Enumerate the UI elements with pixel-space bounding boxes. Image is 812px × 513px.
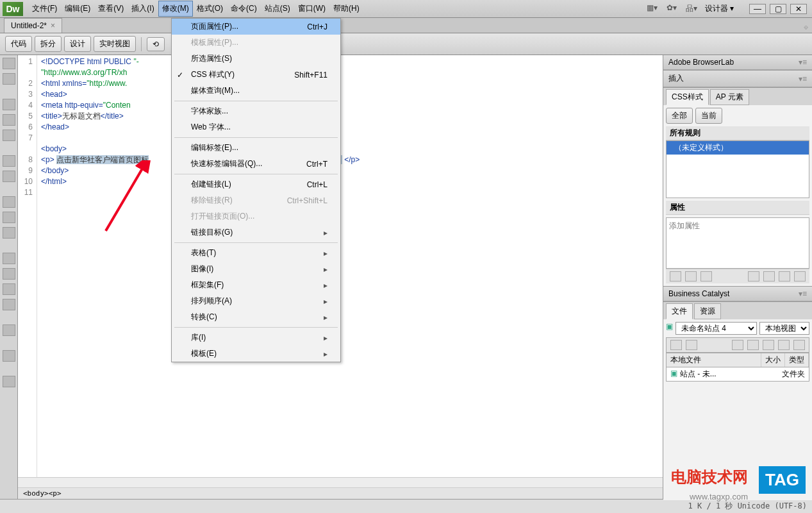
files-tool-icon[interactable] xyxy=(670,340,682,350)
tool-icon[interactable] xyxy=(3,171,15,182)
rule-undefined[interactable]: （未定义样式） xyxy=(667,141,809,155)
css-tool-icon[interactable] xyxy=(700,271,712,282)
menu-convert[interactable]: 转换(C)▸ xyxy=(172,309,340,325)
tab-assets[interactable]: 资源 xyxy=(694,303,721,319)
panel-browserlab[interactable]: Adobe BrowserLab▾≡ xyxy=(663,55,812,70)
tool-icon[interactable] xyxy=(3,299,15,310)
maximize-button[interactable]: ▢ xyxy=(770,4,786,14)
close-window-button[interactable]: ✕ xyxy=(790,4,807,14)
tab-close-icon[interactable]: × xyxy=(51,21,55,30)
menu-make-link[interactable]: 创建链接(L)Ctrl+L xyxy=(172,176,340,192)
gear-icon[interactable]: ✿▾ xyxy=(667,3,677,14)
tag-breadcrumb[interactable]: <body><p> xyxy=(18,487,663,499)
menu-help[interactable]: 帮助(H) xyxy=(329,1,363,17)
tool-icon[interactable] xyxy=(3,114,15,126)
view-code-button[interactable]: 代码 xyxy=(5,36,32,52)
tool-icon[interactable] xyxy=(3,268,15,280)
tool-icon[interactable] xyxy=(3,99,15,110)
files-tool-icon[interactable] xyxy=(732,340,743,350)
check-icon: ✓ xyxy=(177,71,183,80)
menu-link-target[interactable]: 链接目标(G)▸ xyxy=(172,224,340,240)
tool-icon[interactable] xyxy=(3,58,15,69)
tool-icon[interactable] xyxy=(3,130,15,141)
tool-icon[interactable] xyxy=(3,227,15,239)
tool-icon[interactable] xyxy=(3,212,15,223)
menu-page-properties[interactable]: 页面属性(P)...Ctrl+J xyxy=(172,19,340,35)
menu-window[interactable]: 窗口(W) xyxy=(294,1,329,17)
css-all-button[interactable]: 全部 xyxy=(666,108,693,124)
tab-ap-elements[interactable]: AP 元素 xyxy=(710,89,749,105)
menu-site[interactable]: 站点(S) xyxy=(261,1,294,17)
files-tool-icon[interactable] xyxy=(778,340,790,350)
css-tool-icon[interactable] xyxy=(670,271,681,282)
site-select[interactable]: 未命名站点 4 xyxy=(675,322,757,335)
menu-view[interactable]: 查看(V) xyxy=(94,1,128,17)
panel-business-catalyst[interactable]: Business Catalyst▾≡ xyxy=(663,287,812,301)
modify-menu-dropdown: 页面属性(P)...Ctrl+J 模板属性(P)... 所选属性(S) ✓CSS… xyxy=(171,18,341,362)
refresh-icon[interactable] xyxy=(686,340,697,350)
css-tool-icon[interactable] xyxy=(794,271,806,282)
css-tool-icon[interactable] xyxy=(748,271,759,282)
document-tab[interactable]: Untitled-2* × xyxy=(4,18,62,33)
tool-icon[interactable] xyxy=(3,350,15,362)
tool-icon[interactable] xyxy=(3,196,15,208)
layout-icon[interactable]: ▦▾ xyxy=(647,3,658,14)
css-tool-icon[interactable] xyxy=(685,271,697,282)
view-live-button[interactable]: 实时视图 xyxy=(94,36,136,52)
properties-list[interactable]: 添加属性 xyxy=(666,217,809,269)
menu-quick-tag[interactable]: 快速标签编辑器(Q)...Ctrl+T xyxy=(172,156,340,172)
file-row[interactable]: ▣ 站点 - 未... 文件夹 xyxy=(666,367,809,382)
menu-arrange[interactable]: 排列顺序(A)▸ xyxy=(172,293,340,309)
menu-edit[interactable]: 编辑(E) xyxy=(61,1,94,17)
menu-font-family[interactable]: 字体家族... xyxy=(172,103,340,119)
rules-list[interactable]: （未定义样式） xyxy=(666,140,809,198)
tab-overflow-icon[interactable]: ⟐ xyxy=(800,21,812,33)
menu-image[interactable]: 图像(I)▸ xyxy=(172,261,340,277)
menu-selection-properties[interactable]: 所选属性(S) xyxy=(172,51,340,67)
tool-icon[interactable] xyxy=(3,253,15,264)
toolbar-extra-button[interactable]: ⟲ xyxy=(147,37,165,51)
files-tool-icon[interactable] xyxy=(793,340,805,350)
view-design-button[interactable]: 设计 xyxy=(64,36,91,52)
files-tool-icon[interactable] xyxy=(763,340,774,350)
watermark-text: 电脑技术网 xyxy=(671,467,748,487)
watermark-tag: TAG xyxy=(759,466,806,494)
tool-icon[interactable] xyxy=(3,73,15,85)
tool-icon[interactable] xyxy=(3,324,15,336)
panel-insert[interactable]: 插入▾≡ xyxy=(663,71,812,87)
tab-css-styles[interactable]: CSS样式 xyxy=(666,89,709,105)
watermark-url: www.tagxp.com xyxy=(690,492,748,501)
menu-library[interactable]: 库(I)▸ xyxy=(172,330,340,346)
menu-frameset[interactable]: 框架集(F)▸ xyxy=(172,277,340,293)
files-header: 本地文件 大小 类型 xyxy=(666,353,809,367)
menu-edit-tag[interactable]: 编辑标签(E)... xyxy=(172,140,340,156)
tool-icon[interactable] xyxy=(3,376,15,387)
menu-table[interactable]: 表格(T)▸ xyxy=(172,245,340,261)
css-tool-icon[interactable] xyxy=(763,271,775,282)
properties-header: 属性 xyxy=(666,201,809,215)
view-select[interactable]: 本地视图 xyxy=(759,322,809,335)
minimize-button[interactable]: — xyxy=(749,4,766,14)
menu-file[interactable]: 文件(F) xyxy=(28,1,61,17)
menu-template[interactable]: 模板(E)▸ xyxy=(172,346,340,362)
menu-template-properties: 模板属性(P)... xyxy=(172,35,340,51)
extension-icon[interactable]: 品▾ xyxy=(686,3,697,14)
tool-icon[interactable] xyxy=(3,283,15,295)
css-tool-icon[interactable] xyxy=(779,271,790,282)
menu-media-query[interactable]: 媒体查询(M)... xyxy=(172,83,340,99)
horizontal-scrollbar[interactable] xyxy=(18,477,663,487)
folder-icon: ▣ xyxy=(670,369,677,380)
menu-insert[interactable]: 插入(I) xyxy=(128,1,158,17)
tab-files[interactable]: 文件 xyxy=(666,303,693,319)
menu-modify[interactable]: 修改(M) xyxy=(158,1,193,17)
view-split-button[interactable]: 拆分 xyxy=(35,36,62,52)
menu-web-font[interactable]: Web 字体... xyxy=(172,119,340,135)
workspace-switcher[interactable]: 设计器 ▾ xyxy=(705,3,734,14)
menu-css-styles[interactable]: ✓CSS 样式(Y)Shift+F11 xyxy=(172,67,340,83)
files-tool-icon[interactable] xyxy=(747,340,759,350)
css-current-button[interactable]: 当前 xyxy=(695,108,722,124)
menu-commands[interactable]: 命令(C) xyxy=(227,1,261,17)
menu-format[interactable]: 格式(O) xyxy=(193,1,227,17)
tool-icon[interactable] xyxy=(3,155,15,167)
add-property[interactable]: 添加属性 xyxy=(667,218,809,234)
